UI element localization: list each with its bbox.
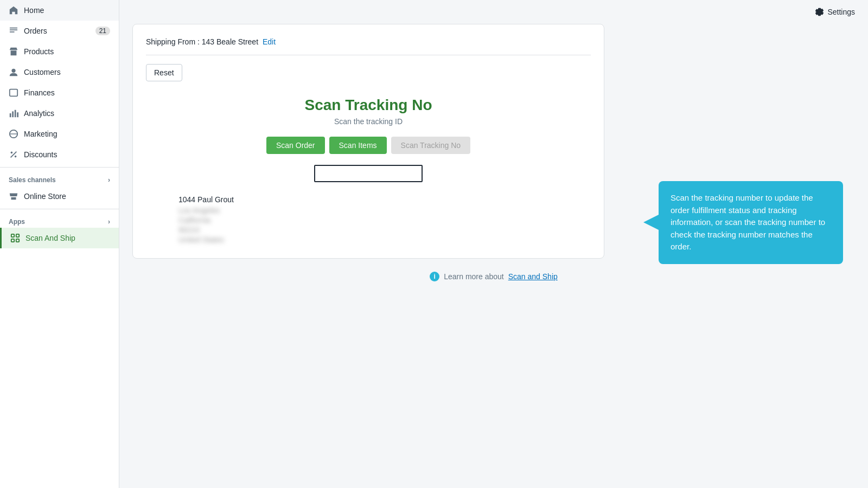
address-block: 1044 Paul Grout Los Angeles California 9… [178,195,591,244]
content-area: Shipping From : 143 Beale Street Edit Re… [119,24,868,488]
svg-rect-4 [10,89,17,97]
svg-rect-6 [12,111,14,117]
info-footer: i Learn more about Scan and Ship [132,272,855,281]
sidebar-item-marketing[interactable]: Marketing [0,124,119,144]
sidebar-item-online-store-label: Online Store [24,192,66,201]
customers-icon [9,67,18,77]
sidebar-divider-2 [0,209,119,209]
scan-input-wrapper [146,165,591,182]
sidebar-item-analytics-label: Analytics [24,109,54,118]
sidebar-item-products[interactable]: Products [0,41,119,62]
scan-order-tab[interactable]: Scan Order [266,137,325,154]
scan-title-area: Scan Tracking No Scan the tracking ID [146,97,591,126]
scan-subtitle: Scan the tracking ID [146,117,591,126]
apps-label: Apps [9,218,25,226]
orders-icon [9,26,18,36]
shipping-from: Shipping From : 143 Beale Street Edit [146,37,591,55]
address-line-3: 90210 [178,226,591,234]
sidebar-item-finances[interactable]: Finances [0,82,119,103]
scan-card: Shipping From : 143 Beale Street Edit Re… [132,24,604,259]
sidebar-item-customers-label: Customers [24,68,61,76]
scan-tabs: Scan Order Scan Items Scan Tracking No [146,137,591,154]
products-icon [9,47,18,56]
address-line-1: Los Angeles [178,206,591,215]
svg-point-3 [11,69,15,73]
reset-button[interactable]: Reset [146,64,182,81]
sidebar-item-scan-and-ship-label: Scan And Ship [25,234,75,242]
svg-rect-2 [10,31,15,33]
content-wrapper: Shipping From : 143 Beale Street Edit Re… [132,24,855,281]
store-icon [9,191,18,201]
sales-channels-section[interactable]: Sales channels › [0,170,119,186]
analytics-icon [9,108,18,118]
sidebar-item-finances-label: Finances [24,88,55,97]
sidebar-item-customers[interactable]: Customers [0,62,119,82]
chevron-right-icon: › [108,176,110,184]
gear-icon [815,8,824,16]
shipping-from-label: Shipping From : [146,37,200,46]
sidebar-item-scan-and-ship[interactable]: Scan And Ship [0,228,119,248]
footer-learn-more-label: Learn more about [444,272,504,281]
sidebar-item-home[interactable]: Home [0,0,119,21]
svg-point-11 [15,156,17,158]
scan-and-ship-link[interactable]: Scan and Ship [508,272,558,281]
svg-point-10 [11,152,13,154]
svg-rect-16 [16,239,19,242]
apps-chevron-right-icon: › [108,218,110,226]
scan-title: Scan Tracking No [146,97,591,114]
tooltip-text: Scan the tracking number to update the o… [671,193,825,251]
svg-rect-7 [15,110,16,118]
sidebar-item-orders-label: Orders [24,27,47,35]
discounts-icon [9,150,18,159]
finances-icon [9,88,18,98]
scan-tracking-tab: Scan Tracking No [391,137,471,154]
home-icon [9,5,18,15]
sidebar-item-products-label: Products [24,47,54,56]
marketing-icon [9,129,18,139]
address-line-2: California [178,216,591,224]
info-icon: i [430,272,439,281]
scan-tracking-input[interactable] [314,165,423,182]
main-area: Settings Shipping From : 143 Beale Stree… [119,0,868,488]
shipping-address: 143 Beale Street [202,37,258,46]
settings-link[interactable]: Settings [815,8,855,16]
sales-channels-label: Sales channels [9,176,56,184]
svg-rect-8 [17,112,18,117]
address-line-4: United States [178,235,591,244]
sidebar-item-analytics[interactable]: Analytics [0,103,119,124]
svg-rect-1 [10,29,17,30]
sidebar: Home Orders 21 Products Customers Financ… [0,0,119,488]
orders-badge: 21 [95,27,110,35]
svg-rect-5 [10,113,11,117]
topbar: Settings [119,0,868,24]
sidebar-item-orders[interactable]: Orders 21 [0,21,119,41]
svg-rect-13 [11,234,14,237]
tooltip-bubble: Scan the tracking number to update the o… [659,181,843,264]
settings-label: Settings [827,8,855,16]
sidebar-item-discounts-label: Discounts [24,150,57,159]
sidebar-item-discounts[interactable]: Discounts [0,144,119,165]
edit-link[interactable]: Edit [263,37,276,46]
customer-name: 1044 Paul Grout [178,195,591,204]
svg-rect-14 [16,234,19,237]
svg-rect-0 [10,28,17,29]
sidebar-item-home-label: Home [24,6,44,15]
scan-items-tab[interactable]: Scan Items [329,137,387,154]
sidebar-item-online-store[interactable]: Online Store [0,186,119,207]
apps-section[interactable]: Apps › [0,211,119,228]
sidebar-divider-1 [0,167,119,168]
svg-rect-15 [11,239,14,242]
sidebar-item-marketing-label: Marketing [24,130,57,138]
scan-icon [10,233,20,243]
